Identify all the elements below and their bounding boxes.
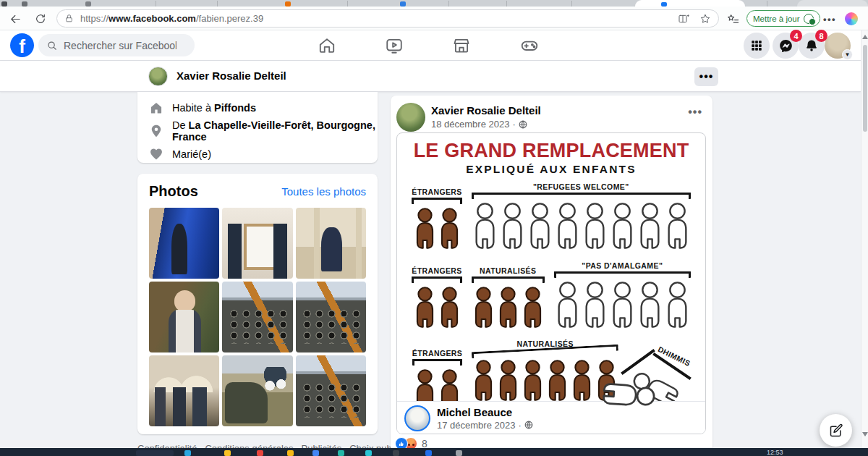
facebook-logo[interactable]: f xyxy=(10,33,34,57)
shared-post-date: 17 décembre 2023· xyxy=(437,420,533,431)
browser-window: https://www.facebook.com/fabien.perez.39… xyxy=(0,0,868,456)
taskbar-app-icon[interactable] xyxy=(257,450,263,456)
post-card: Xavier Rosalie Delteil 18 décembre 2023·… xyxy=(391,96,712,456)
meme-bracket xyxy=(412,198,462,204)
browser-menu-button[interactable]: ••• xyxy=(822,11,838,27)
photo-thumbnail[interactable] xyxy=(222,282,292,352)
meme-group: NATURALISÉS xyxy=(472,266,545,329)
taskbar-app-icon[interactable] xyxy=(365,450,372,456)
meme-group: ÉTRANGERS xyxy=(412,187,462,250)
meme-group: ÉTRANGERS xyxy=(412,266,462,329)
marketplace-icon xyxy=(452,36,471,55)
photos-title: Photos xyxy=(149,183,198,200)
edit-pencil-icon xyxy=(829,423,843,438)
search-input[interactable] xyxy=(62,39,178,52)
back-button[interactable] xyxy=(7,11,23,27)
intro-item-from: De La Chapelle-Vieille-Forêt, Bourgogne,… xyxy=(137,119,378,143)
nav-home-tab[interactable] xyxy=(308,32,346,59)
taskbar-app-icon[interactable] xyxy=(338,450,344,456)
meme-figure-brown xyxy=(521,287,545,329)
meme-figure-brown xyxy=(413,208,437,250)
meme-figure-white xyxy=(582,282,608,330)
meme-group: "PAS D'AMALGAME" xyxy=(554,261,691,330)
meme-bracket xyxy=(554,271,691,278)
photo-thumbnail[interactable] xyxy=(296,208,366,279)
refresh-button[interactable] xyxy=(33,11,48,27)
meme-figure-brown xyxy=(570,360,594,406)
post-more-button[interactable]: ••• xyxy=(688,106,702,119)
account-avatar[interactable]: ▼ xyxy=(825,33,851,59)
photo-thumbnail[interactable] xyxy=(296,355,366,426)
taskbar-app-icon[interactable] xyxy=(425,450,432,456)
profile-more-button[interactable]: ••• xyxy=(694,67,718,86)
taskbar-app-icon[interactable] xyxy=(312,450,319,456)
meme-figure-white xyxy=(554,282,581,330)
post-author-avatar[interactable] xyxy=(396,103,425,132)
browser-tab-strip[interactable] xyxy=(0,0,868,7)
meme-bracket xyxy=(412,276,462,283)
globe-icon xyxy=(519,120,527,129)
nav-watch-tab[interactable] xyxy=(375,32,413,59)
shared-author-avatar[interactable] xyxy=(404,405,430,431)
photo-thumbnail[interactable] xyxy=(222,355,292,426)
post-date[interactable]: 18 décembre 2023· xyxy=(431,119,541,130)
see-all-photos-link[interactable]: Toutes les photos xyxy=(281,185,366,198)
apps-menu-button[interactable] xyxy=(744,33,770,59)
photo-thumbnail[interactable] xyxy=(296,282,366,352)
photo-thumbnail[interactable] xyxy=(222,208,292,279)
taskbar-app-icon[interactable] xyxy=(393,450,399,456)
profile-avatar-small[interactable] xyxy=(148,67,168,86)
window-icon xyxy=(1,1,7,7)
split-screen-icon[interactable] xyxy=(678,13,689,25)
taskbar-app-icon[interactable] xyxy=(224,450,231,456)
page-scrollbar[interactable] xyxy=(861,30,868,448)
meme-bracket xyxy=(472,193,691,199)
meme-figure-brown xyxy=(496,287,520,329)
watch-video-icon xyxy=(385,36,404,55)
photo-thumbnail[interactable] xyxy=(149,355,219,426)
meme-figure-brown xyxy=(413,287,437,329)
meme-group-label: NATURALISÉS xyxy=(472,266,545,275)
meme-figure-white xyxy=(582,203,608,251)
update-browser-button[interactable]: Mettre à jour xyxy=(746,10,820,27)
photo-thumbnail[interactable] xyxy=(149,282,219,352)
taskbar-app-icon[interactable] xyxy=(456,450,462,456)
meme-group: "REFUGEES WELCOME" xyxy=(472,182,691,251)
meme-title: LE GRAND REMPLACEMENT xyxy=(397,139,705,163)
meme-figure-white xyxy=(472,203,498,251)
meme-row: ÉTRANGERS"REFUGEES WELCOME" xyxy=(397,182,705,251)
active-tab[interactable] xyxy=(635,0,745,7)
address-bar[interactable]: https://www.facebook.com/fabien.perez.39 xyxy=(56,9,719,28)
scroll-down-arrow[interactable] xyxy=(862,432,868,436)
intro-item-relationship: Marié(e) xyxy=(137,143,378,166)
meme-group-label: "PAS D'AMALGAME" xyxy=(554,261,691,270)
tab-favicon xyxy=(400,1,406,7)
scrollbar-thumb[interactable] xyxy=(863,45,867,132)
meme-figure-brown xyxy=(472,287,495,329)
taskbar-search[interactable] xyxy=(136,450,174,456)
messenger-badge: 4 xyxy=(790,30,802,42)
favorite-star-icon[interactable] xyxy=(699,13,711,25)
compose-fab[interactable] xyxy=(820,414,852,447)
browser-health-icon xyxy=(804,14,814,24)
profile-name: Xavier Rosalie Delteil xyxy=(176,69,286,82)
taskbar-app-icon[interactable] xyxy=(184,450,191,456)
scroll-up-arrow[interactable] xyxy=(862,35,868,39)
nav-marketplace-tab[interactable] xyxy=(443,32,480,59)
favorites-bar-icon[interactable] xyxy=(725,11,741,27)
post-author-name[interactable]: Xavier Rosalie Delteil xyxy=(431,104,541,117)
tab[interactable] xyxy=(797,0,868,7)
shared-post-image[interactable]: LE GRAND REMPLACEMENT EXPLIQUÉ AUX ENFAN… xyxy=(397,133,705,401)
windows-taskbar[interactable]: 12:53 xyxy=(0,448,868,456)
nav-gaming-tab[interactable] xyxy=(511,32,548,59)
home-icon xyxy=(318,36,336,55)
copilot-icon[interactable] xyxy=(845,12,858,25)
taskbar-app-icon[interactable] xyxy=(287,450,294,456)
location-icon xyxy=(149,124,163,138)
facebook-search[interactable] xyxy=(38,34,195,56)
photo-thumbnail[interactable] xyxy=(149,208,219,279)
shared-author-name[interactable]: Michel Beauce xyxy=(437,406,533,418)
meme-figure-white xyxy=(637,203,663,251)
meme-figure-white xyxy=(554,203,581,251)
meme-rows: ÉTRANGERS"REFUGEES WELCOME"ÉTRANGERSNATU… xyxy=(397,182,705,413)
